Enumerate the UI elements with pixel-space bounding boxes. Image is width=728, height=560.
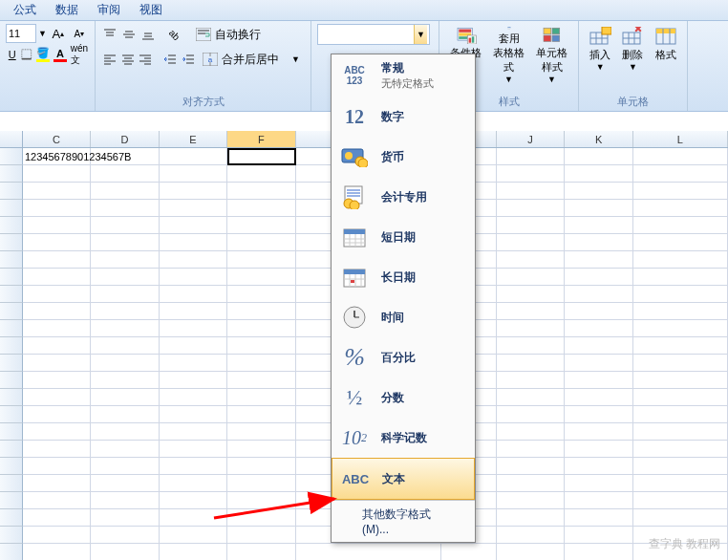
format-text[interactable]: ABC 文本 [332, 458, 475, 500]
format-fraction[interactable]: ½ 分数 [332, 377, 475, 418]
delete-button[interactable]: 删除▼ [617, 24, 648, 87]
align-left-button[interactable] [101, 49, 118, 70]
increase-indent-button[interactable] [180, 49, 197, 70]
svg-point-67 [345, 152, 353, 160]
format-number[interactable]: 12 数字 [332, 97, 475, 137]
format-accounting[interactable]: 会计专用 [332, 177, 475, 217]
cell-c1-value: 12345678901234567B [25, 148, 131, 165]
fill-color-button[interactable]: 🪣 [35, 45, 51, 64]
svg-rect-37 [459, 30, 471, 32]
format-time[interactable]: 时间 [332, 297, 475, 337]
svg-text:a: a [208, 55, 213, 64]
increase-font-button[interactable]: A▴ [49, 24, 68, 43]
wrap-text-button[interactable]: 自动换行 [191, 24, 305, 45]
chevron-down-icon: ▼ [417, 30, 425, 39]
font-group: ▼ A▴ A▾ U 🪣 A wén文 [0, 21, 96, 111]
svg-line-94 [214, 499, 334, 518]
long-date-icon [339, 263, 370, 291]
col-header-j[interactable]: J [497, 131, 565, 147]
decrease-font-button[interactable]: A▾ [70, 24, 89, 43]
svg-point-75 [350, 201, 359, 209]
svg-rect-89 [351, 280, 354, 283]
number-icon: 12 [339, 102, 370, 131]
svg-rect-63 [656, 29, 675, 33]
currency-icon [339, 142, 370, 171]
cell-f1-active[interactable] [227, 148, 295, 165]
short-date-icon [339, 223, 370, 251]
menu-bar: 公式 数据 审阅 视图 [0, 0, 728, 21]
orientation-button[interactable]: ab [165, 24, 183, 45]
svg-rect-44 [507, 27, 510, 28]
number-format-menu: ABC123 常规无特定格式 12 数字 货币 会计专用 短日期 长日期 时间 … [331, 54, 476, 543]
align-group: ab 自动换行 a合并后居中▼ 对齐方式 [96, 21, 311, 111]
align-middle-button[interactable] [120, 24, 139, 45]
format-short-date[interactable]: 短日期 [332, 217, 475, 257]
number-format-dropdown[interactable]: ▼ [317, 24, 430, 45]
scientific-icon: 102 [339, 423, 370, 452]
phonetic-button[interactable]: wén文 [70, 45, 89, 64]
cell-e1[interactable] [160, 148, 227, 165]
svg-rect-0 [22, 50, 32, 59]
col-header-e[interactable]: E [160, 131, 227, 147]
svg-rect-50 [552, 28, 560, 33]
format-general[interactable]: ABC123 常规无特定格式 [332, 54, 475, 97]
svg-rect-41 [468, 38, 471, 43]
format-button[interactable]: 格式 [651, 24, 681, 87]
format-scientific[interactable]: 102 科学记数 [332, 418, 475, 458]
svg-point-69 [358, 159, 368, 167]
svg-rect-49 [544, 28, 551, 33]
general-icon: ABC123 [339, 61, 370, 90]
watermark: 查字典 教程网 [649, 536, 720, 552]
format-long-date[interactable]: 长日期 [332, 257, 475, 297]
cells-group-label: 单元格 [579, 95, 687, 109]
table-format-button[interactable]: 套用 表格格式▼ [488, 24, 529, 87]
time-icon [339, 303, 370, 332]
underline-button[interactable]: U [6, 45, 18, 64]
percent-icon: % [339, 343, 370, 372]
format-currency[interactable]: 货币 [332, 137, 475, 177]
annotation-arrow [212, 476, 346, 524]
menu-data[interactable]: 数据 [46, 0, 88, 20]
row-header-1[interactable] [0, 148, 23, 165]
insert-button[interactable]: 插入▼ [585, 24, 615, 87]
col-header-d[interactable]: D [91, 131, 159, 147]
svg-rect-84 [344, 269, 365, 274]
menu-view[interactable]: 视图 [130, 0, 172, 20]
col-header-c[interactable]: C [23, 131, 91, 147]
format-more[interactable]: 其他数字格式(M)... [332, 501, 475, 542]
cells-group: 插入▼ 删除▼ 格式 单元格 [579, 21, 688, 111]
select-all-corner[interactable] [0, 131, 23, 147]
format-percent[interactable]: % 百分比 [332, 337, 475, 377]
font-size-input[interactable] [6, 24, 36, 43]
border-button[interactable] [20, 45, 32, 64]
svg-rect-42 [471, 36, 474, 42]
align-center-button[interactable] [119, 49, 137, 70]
align-top-button[interactable] [101, 24, 119, 45]
col-header-k[interactable]: K [565, 131, 632, 147]
accounting-icon [339, 183, 370, 211]
cell-style-button[interactable]: 单元格 样式▼ [531, 24, 572, 87]
align-right-button[interactable] [137, 49, 154, 70]
col-header-f[interactable]: F [227, 131, 295, 147]
merge-center-button[interactable]: a合并后居中▼ [198, 49, 305, 70]
font-color-button[interactable]: A [53, 45, 68, 64]
svg-rect-77 [344, 229, 365, 234]
svg-rect-52 [552, 35, 560, 41]
col-header-l[interactable]: L [633, 131, 728, 147]
svg-rect-51 [544, 35, 551, 41]
align-bottom-button[interactable] [139, 24, 157, 45]
align-group-label: 对齐方式 [96, 95, 310, 109]
fraction-icon: ½ [339, 383, 370, 412]
decrease-indent-button[interactable] [161, 49, 179, 70]
svg-rect-57 [602, 27, 611, 34]
menu-formula[interactable]: 公式 [4, 0, 46, 20]
menu-review[interactable]: 审阅 [88, 0, 130, 20]
